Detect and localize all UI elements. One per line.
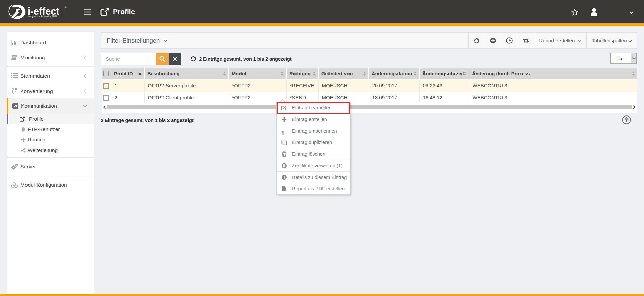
svg-text:integrated solutions for IBM i: integrated solutions for IBM i: [28, 15, 57, 18]
svg-text:®: ®: [65, 6, 67, 9]
